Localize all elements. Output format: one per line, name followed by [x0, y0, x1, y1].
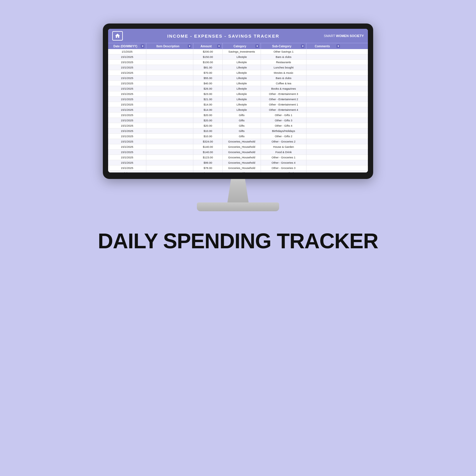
cell-date: 15/1/2025 [108, 107, 146, 112]
home-button[interactable] [112, 31, 123, 41]
cell-category: Savings_Investments [223, 49, 261, 54]
cell-subcategory: Lunches bought [261, 65, 306, 70]
cell-subcategory: Other - Gifts 4 [261, 123, 306, 128]
brand-text: SMART WOMEN SOCIETY [324, 34, 364, 38]
col-dropdown-date[interactable] [141, 44, 144, 48]
cell-desc [146, 81, 193, 86]
cell-desc [146, 165, 193, 170]
col-header-date: Date (DD/MM/YY) [108, 43, 146, 49]
cell-desc [146, 155, 193, 160]
cell-date: 15/1/2025 [108, 102, 146, 107]
cell-date: 15/1/2025 [108, 76, 146, 81]
cell-amount: $200.00 [193, 49, 223, 54]
cell-comments [306, 65, 342, 70]
cell-date: 15/1/2025 [108, 150, 146, 155]
cell-category: Gifts [223, 113, 261, 118]
brand-bold: WOMEN SOCIETY [336, 34, 364, 38]
monitor-screen: INCOME - EXPENSES - SAVINGS TRACKER SMAR… [108, 29, 368, 172]
sheet-topbar: INCOME - EXPENSES - SAVINGS TRACKER SMAR… [108, 29, 368, 43]
cell-comments [306, 160, 342, 165]
cell-category: Groceries_Household [223, 160, 261, 165]
cell-category: Groceries_Household [223, 155, 261, 160]
table-row: 15/1/2025$21.00LifestyleOther - Entertai… [108, 97, 368, 102]
table-row: 15/1/2025$14.00LifestyleOther - Entertai… [108, 107, 368, 113]
cell-date: 15/1/2025 [108, 60, 146, 65]
cell-date: 1/1/2025 [108, 49, 146, 54]
table-row: 15/1/2025$150.00LifestyleBars & clubs [108, 54, 368, 60]
cell-category: Lifestyle [223, 70, 261, 75]
cell-desc [146, 144, 193, 149]
cell-comments [306, 144, 342, 149]
cell-date: 15/1/2025 [108, 86, 146, 91]
cell-comments [306, 54, 342, 59]
cell-amount: $140.00 [193, 144, 223, 149]
table-row: 15/1/2025$23.00LifestyleOther - Entertai… [108, 91, 368, 97]
cell-desc [146, 60, 193, 65]
cell-amount: $81.00 [193, 65, 223, 70]
cell-desc [146, 49, 193, 54]
cell-subcategory: Birthdays/Holidays [261, 128, 306, 133]
cell-subcategory: Books & magazines [261, 86, 306, 91]
cell-subcategory: Other - Entertainment 4 [261, 107, 306, 112]
cell-subcategory: Food & Drink [261, 150, 306, 155]
cell-category: Gifts [223, 128, 261, 133]
cell-comments [306, 107, 342, 112]
cell-date: 15/1/2025 [108, 139, 146, 144]
cell-comments [306, 49, 342, 54]
cell-category: Groceries_Household [223, 165, 261, 170]
table-row: 15/1/2025$26.00LifestyleBooks & magazine… [108, 86, 368, 91]
cell-category: Groceries_Household [223, 139, 261, 144]
cell-category: Lifestyle [223, 107, 261, 112]
cell-subcategory: Movies & music [261, 70, 306, 75]
cell-comments [306, 81, 342, 86]
table-row: 15/1/2025$99.00Groceries_HouseholdOther … [108, 160, 368, 165]
cell-category: Lifestyle [223, 65, 261, 70]
cell-category: Gifts [223, 123, 261, 128]
cell-comments [306, 118, 342, 123]
table-row: 15/1/2025$100.00LifestyleRestaurants [108, 60, 368, 65]
cell-comments [306, 165, 342, 170]
col-dropdown-comments[interactable] [336, 44, 340, 48]
cell-comments [306, 123, 342, 128]
col-header-comments: Comments [306, 43, 342, 49]
cell-comments [306, 171, 342, 172]
cell-category: Groceries_Household [223, 150, 261, 155]
table-row: 15/1/2025$140.00Groceries_HouseholdFood … [108, 150, 368, 155]
table-row: 15/1/2025$10.00GiftsBirthdays/Holidays [108, 128, 368, 134]
cell-amount: $99.00 [193, 160, 223, 165]
cell-amount: $23.00 [193, 91, 223, 96]
cell-date: 15/1/2025 [108, 171, 146, 172]
table-row: 15/1/2025$20.00GiftsOther - Gifts 1 [108, 113, 368, 118]
cell-date: 15/1/2025 [108, 65, 146, 70]
cell-desc [146, 102, 193, 107]
cell-amount: $150.00 [193, 54, 223, 59]
cell-comments [306, 76, 342, 81]
cell-desc [146, 150, 193, 155]
monitor-stand-neck [220, 179, 256, 202]
cell-desc [146, 107, 193, 112]
cell-desc [146, 123, 193, 128]
cell-date: 15/1/2025 [108, 165, 146, 170]
cell-amount: $40.00 [193, 81, 223, 86]
col-dropdown-desc[interactable] [188, 44, 191, 48]
table-row: 15/1/2025$14.00LifestyleOther - Entertai… [108, 102, 368, 107]
col-header-subcategory: Sub-Category [261, 43, 306, 49]
col-dropdown-subcategory[interactable] [301, 44, 304, 48]
cell-date: 15/1/2025 [108, 134, 146, 139]
cell-desc [146, 118, 193, 123]
cell-amount: $20.00 [193, 118, 223, 123]
cell-desc [146, 171, 193, 172]
cell-subcategory: Other - Gifts 3 [261, 118, 306, 123]
cell-subcategory: Doctors medical [261, 171, 306, 172]
cell-amount: $123.00 [193, 155, 223, 160]
cell-comments [306, 155, 342, 160]
col-dropdown-amount[interactable] [217, 44, 221, 48]
cell-subcategory: Bars & clubs [261, 54, 306, 59]
cell-category: Lifestyle [223, 86, 261, 91]
col-dropdown-category[interactable] [255, 44, 259, 48]
cell-category: Lifestyle [223, 54, 261, 59]
column-headers: Date (DD/MM/YY)Item DescriptionAmountCat… [108, 43, 368, 49]
cell-category: Gifts [223, 134, 261, 139]
bottom-title: DAILY SPENDING TRACKER [98, 229, 378, 253]
cell-comments [306, 134, 342, 139]
